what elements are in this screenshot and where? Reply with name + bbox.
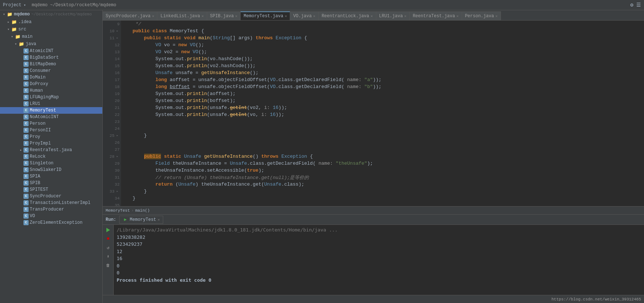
sidebar-item-person[interactable]: C Person — [0, 120, 102, 127]
l18-type: VO — [270, 84, 276, 90]
hamburger-icon[interactable]: ☰ — [636, 2, 641, 8]
sidebar-item-lfuagingmap[interactable]: C LFUAgingMap — [0, 94, 102, 101]
code-editor[interactable]: 9 10 ▸ 11 ▸ 12 13 14 15 16 17 18 — [103, 21, 644, 206]
l10-s1 — [150, 28, 153, 34]
fold-25[interactable]: ▸ — [115, 134, 120, 138]
sidebar-item-spitest[interactable]: C SPITEST — [0, 186, 102, 193]
sidebar-item-atomicint[interactable]: C AtomicINT — [0, 48, 102, 54]
run-scroll-end-button[interactable]: ⬇ — [105, 253, 112, 260]
sidebar-item-memorytest[interactable]: C MemoryTest — [0, 107, 102, 114]
project-dropdown-icon[interactable]: ▾ — [23, 3, 26, 7]
tab-spib-close[interactable]: ✕ — [235, 14, 237, 18]
line-27: 27 — [109, 147, 120, 152]
tab-reentrantlock[interactable]: ReentrantLock.java ✕ — [319, 11, 376, 20]
run-stop-button[interactable]: ■ — [105, 235, 112, 242]
tab-person[interactable]: Person.java ✕ — [462, 11, 501, 20]
memorytest-icon: C — [23, 108, 29, 113]
settings-icon[interactable]: ⚙ — [630, 2, 633, 8]
tab-lru1-close[interactable]: ✕ — [404, 14, 406, 18]
code-line-28: public static Unsafe getUnsafeInstance (… — [124, 153, 644, 160]
src-arrow: ▾ — [6, 27, 11, 32]
sidebar-item-reentratest[interactable]: ▸ C ReentraTest.java — [0, 147, 102, 153]
tab-syncproducer-close[interactable]: ✕ — [152, 14, 154, 18]
relock-label: ReLock — [30, 154, 45, 159]
tab-memorytest[interactable]: MemoryTest.java ✕ — [241, 11, 290, 20]
sidebar-item-lru1[interactable]: C LRU1 — [0, 101, 102, 107]
run-clear-button[interactable]: 🗑 — [105, 262, 112, 269]
sidebar-item-syncproducer[interactable]: C SyncProducer — [0, 193, 102, 200]
sidebar-item-transactionlistenerimpl[interactable]: C TransactionListenerImpl — [0, 200, 102, 206]
l16-type: Unsafe — [155, 70, 173, 76]
code-line-26 — [124, 139, 644, 146]
syncproducer-label: SyncProducer — [30, 194, 61, 199]
sidebar-item-human[interactable]: C Human — [0, 87, 102, 94]
tab-vo[interactable]: VO.java ✕ — [290, 11, 318, 20]
run-rerun-button[interactable]: ↺ — [105, 244, 112, 251]
tab-memorytest-close[interactable]: ✕ — [285, 14, 287, 18]
sidebar-item-bitmapdemo[interactable]: C BitMapDemo — [0, 61, 102, 67]
l28-sp3 — [201, 154, 204, 159]
l12-end: (); — [195, 42, 204, 48]
run-output-1: 1392838282 — [117, 234, 641, 241]
spitest-icon: C — [23, 187, 29, 192]
vo-icon: C — [23, 213, 29, 219]
sidebar-item-singleton[interactable]: C Singleton — [0, 160, 102, 167]
sidebar-item-noatomicint[interactable]: C NoAtomicINT — [0, 114, 102, 120]
syncproducer-icon: C — [23, 194, 29, 199]
sidebar-item-spia[interactable]: C SPIA — [0, 173, 102, 180]
sidebar-root[interactable]: ▾ 📁 mqdemo ~/Desktop/rocketMq/mqdemo — [0, 10, 102, 18]
l18-indent — [124, 84, 155, 90]
sidebar-item-proyimpl[interactable]: C ProyImpl — [0, 140, 102, 147]
fold-10[interactable]: ▸ — [115, 29, 120, 33]
sidebar-item-personii[interactable]: C PersonII — [0, 127, 102, 134]
sidebar-item-consumer[interactable]: C Consumer — [0, 67, 102, 74]
l10-cn: MemoryTest { — [167, 28, 204, 34]
tab-linkedlist-close[interactable]: ✕ — [201, 14, 204, 18]
l27-empty — [124, 147, 127, 152]
l22-text: System.out. — [124, 112, 187, 117]
spib-icon: C — [23, 180, 29, 186]
sidebar-item-transproducer[interactable]: C TransProducer — [0, 206, 102, 213]
lru1-label: LRU1 — [30, 101, 40, 106]
l13-end: (); — [198, 49, 207, 55]
breadcrumb-file[interactable]: MemoryTest — [106, 208, 130, 213]
tab-syncproducer[interactable]: SyncProducer.java ✕ — [103, 11, 157, 20]
sidebar-item-domain[interactable]: C DoMain — [0, 74, 102, 81]
sidebar-item-java[interactable]: ▾ 📁 java — [0, 40, 102, 48]
run-tab-memorytest[interactable]: ▶ MemoryTest ✕ — [119, 216, 163, 224]
proy-icon: C — [23, 134, 29, 139]
fold-28[interactable]: ▸ — [115, 154, 120, 159]
sidebar-item-src[interactable]: ▾ 📁 src — [0, 26, 102, 33]
status-link[interactable]: https://blog.csdn.net/weixin_39312465 — [552, 297, 641, 302]
breadcrumb-method[interactable]: main() — [135, 208, 150, 213]
run-play-button[interactable] — [105, 226, 112, 234]
l21-text: System.out. — [124, 105, 187, 110]
sidebar-item-proy[interactable]: C Proy — [0, 134, 102, 140]
sidebar-item-bigdatasort[interactable]: C BigDataSort — [0, 54, 102, 61]
fold-33[interactable]: ▸ — [115, 189, 120, 194]
sidebar-item-snowslakerid[interactable]: C SnowSlakerID — [0, 167, 102, 173]
sidebar-item-relock[interactable]: C ReLock — [0, 153, 102, 160]
project-label[interactable]: Project — [3, 3, 21, 8]
code-content[interactable]: */ public class MemoryTest { public s — [121, 21, 644, 206]
sidebar-item-doproxy[interactable]: C DoProxy — [0, 81, 102, 87]
run-tab-close[interactable]: ✕ — [158, 218, 160, 222]
l20-text: System.out. — [124, 98, 187, 103]
fold-11[interactable]: ▸ — [115, 36, 120, 40]
tab-reentratest-close[interactable]: ✕ — [457, 14, 459, 18]
doproxy-icon: C — [23, 81, 29, 87]
tab-linkedlist[interactable]: LinkedList.java ✕ — [157, 11, 207, 20]
tab-reentratest[interactable]: ReentraTest.java ✕ — [410, 11, 462, 20]
tab-reentrantlock-close[interactable]: ✕ — [371, 14, 373, 18]
tab-person-close[interactable]: ✕ — [495, 14, 498, 18]
sidebar-item-main[interactable]: ▾ 📁 main — [0, 33, 102, 40]
sidebar-item-spib[interactable]: C SPIB — [0, 180, 102, 186]
l21-hint: i: — [261, 105, 273, 110]
tab-spib[interactable]: SPIB.java ✕ — [207, 11, 241, 20]
l13-new: new — [181, 49, 190, 55]
tab-lru1[interactable]: LRU1.java ✕ — [376, 11, 410, 20]
tab-vo-close[interactable]: ✕ — [313, 14, 315, 18]
sidebar-item-zeroelementexception[interactable]: C ZeroElementException — [0, 219, 102, 226]
sidebar-item-idea[interactable]: ▸ 📁 .idea — [0, 18, 102, 26]
sidebar-item-vo[interactable]: C VO — [0, 213, 102, 219]
